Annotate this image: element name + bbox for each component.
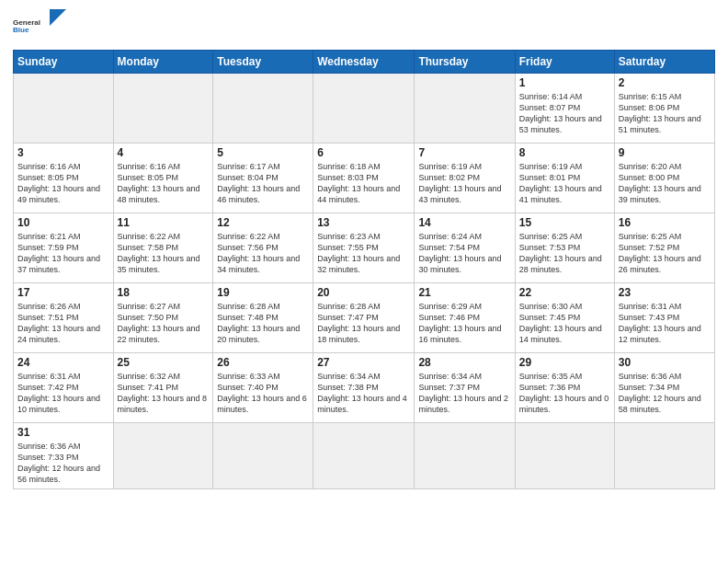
cell-w3-d4: 14Sunrise: 6:24 AM Sunset: 7:54 PM Dayli…	[415, 213, 515, 283]
calendar-table: SundayMondayTuesdayWednesdayThursdayFrid…	[13, 50, 715, 489]
cell-w6-d4	[415, 423, 515, 489]
week-row-3: 10Sunrise: 6:21 AM Sunset: 7:59 PM Dayli…	[14, 213, 715, 283]
cell-w2-d1: 4Sunrise: 6:16 AM Sunset: 8:05 PM Daylig…	[113, 144, 213, 213]
day-info: Sunrise: 6:33 AM Sunset: 7:40 PM Dayligh…	[217, 371, 309, 416]
cell-w1-d4	[415, 74, 515, 144]
day-number: 7	[418, 146, 510, 159]
day-info: Sunrise: 6:22 AM Sunset: 7:56 PM Dayligh…	[217, 231, 309, 276]
cell-w1-d2	[213, 74, 313, 144]
cell-w4-d4: 21Sunrise: 6:29 AM Sunset: 7:46 PM Dayli…	[415, 283, 515, 353]
day-number: 28	[418, 356, 510, 369]
cell-w1-d3	[313, 74, 415, 144]
week-row-5: 24Sunrise: 6:31 AM Sunset: 7:42 PM Dayli…	[14, 353, 715, 423]
day-number: 3	[17, 146, 109, 159]
header-monday: Monday	[113, 51, 213, 74]
day-number: 31	[17, 426, 109, 439]
day-info: Sunrise: 6:28 AM Sunset: 7:47 PM Dayligh…	[317, 301, 410, 346]
header: General Blue	[13, 9, 715, 42]
cell-w1-d1	[113, 74, 213, 144]
svg-marker-2	[50, 9, 66, 26]
cell-w1-d5: 1Sunrise: 6:14 AM Sunset: 8:07 PM Daylig…	[515, 74, 614, 144]
cell-w3-d5: 15Sunrise: 6:25 AM Sunset: 7:53 PM Dayli…	[515, 213, 614, 283]
cell-w2-d5: 8Sunrise: 6:19 AM Sunset: 8:01 PM Daylig…	[515, 144, 614, 213]
day-number: 17	[17, 286, 109, 299]
header-sunday: Sunday	[14, 51, 114, 74]
day-number: 30	[619, 356, 711, 369]
cell-w5-d1: 25Sunrise: 6:32 AM Sunset: 7:41 PM Dayli…	[113, 353, 213, 423]
day-info: Sunrise: 6:36 AM Sunset: 7:34 PM Dayligh…	[619, 371, 711, 416]
day-number: 11	[118, 216, 210, 229]
cell-w6-d1	[113, 423, 213, 489]
day-info: Sunrise: 6:35 AM Sunset: 7:36 PM Dayligh…	[519, 371, 610, 416]
day-info: Sunrise: 6:34 AM Sunset: 7:38 PM Dayligh…	[317, 371, 410, 416]
day-info: Sunrise: 6:36 AM Sunset: 7:33 PM Dayligh…	[17, 441, 109, 486]
day-info: Sunrise: 6:15 AM Sunset: 8:06 PM Dayligh…	[619, 91, 711, 136]
day-info: Sunrise: 6:28 AM Sunset: 7:48 PM Dayligh…	[217, 301, 309, 346]
header-wednesday: Wednesday	[313, 51, 415, 74]
cell-w6-d0: 31Sunrise: 6:36 AM Sunset: 7:33 PM Dayli…	[14, 423, 114, 489]
svg-text:General: General	[13, 18, 40, 27]
cell-w4-d2: 19Sunrise: 6:28 AM Sunset: 7:48 PM Dayli…	[213, 283, 313, 353]
day-number: 24	[17, 356, 109, 369]
day-number: 23	[619, 286, 711, 299]
day-number: 15	[519, 216, 610, 229]
cell-w6-d6	[614, 423, 714, 489]
header-tuesday: Tuesday	[213, 51, 313, 74]
day-info: Sunrise: 6:34 AM Sunset: 7:37 PM Dayligh…	[418, 371, 510, 416]
cell-w5-d2: 26Sunrise: 6:33 AM Sunset: 7:40 PM Dayli…	[213, 353, 313, 423]
day-number: 27	[317, 356, 410, 369]
day-number: 12	[217, 216, 309, 229]
weekday-header-row: SundayMondayTuesdayWednesdayThursdayFrid…	[14, 51, 715, 74]
day-number: 26	[217, 356, 309, 369]
day-info: Sunrise: 6:17 AM Sunset: 8:04 PM Dayligh…	[217, 161, 309, 206]
day-number: 9	[619, 146, 711, 159]
day-number: 18	[118, 286, 210, 299]
day-number: 19	[217, 286, 309, 299]
cell-w1-d6: 2Sunrise: 6:15 AM Sunset: 8:06 PM Daylig…	[614, 74, 714, 144]
day-number: 8	[519, 146, 610, 159]
cell-w4-d1: 18Sunrise: 6:27 AM Sunset: 7:50 PM Dayli…	[113, 283, 213, 353]
cell-w3-d0: 10Sunrise: 6:21 AM Sunset: 7:59 PM Dayli…	[14, 213, 114, 283]
cell-w4-d0: 17Sunrise: 6:26 AM Sunset: 7:51 PM Dayli…	[14, 283, 114, 353]
week-row-2: 3Sunrise: 6:16 AM Sunset: 8:05 PM Daylig…	[14, 144, 715, 213]
day-info: Sunrise: 6:26 AM Sunset: 7:51 PM Dayligh…	[17, 301, 109, 346]
logo-icon: General Blue	[13, 9, 46, 42]
day-number: 29	[519, 356, 610, 369]
header-saturday: Saturday	[614, 51, 714, 74]
header-thursday: Thursday	[415, 51, 515, 74]
day-info: Sunrise: 6:16 AM Sunset: 8:05 PM Dayligh…	[17, 161, 109, 206]
cell-w5-d3: 27Sunrise: 6:34 AM Sunset: 7:38 PM Dayli…	[313, 353, 415, 423]
day-info: Sunrise: 6:16 AM Sunset: 8:05 PM Dayligh…	[118, 161, 210, 206]
cell-w2-d6: 9Sunrise: 6:20 AM Sunset: 8:00 PM Daylig…	[614, 144, 714, 213]
day-number: 2	[619, 76, 711, 89]
logo-triangle-icon	[50, 9, 66, 42]
page: General Blue SundayMondayTuesdayWednesda…	[0, 0, 728, 563]
cell-w6-d2	[213, 423, 313, 489]
day-info: Sunrise: 6:21 AM Sunset: 7:59 PM Dayligh…	[17, 231, 109, 276]
cell-w1-d0	[14, 74, 114, 144]
cell-w3-d1: 11Sunrise: 6:22 AM Sunset: 7:58 PM Dayli…	[113, 213, 213, 283]
cell-w5-d5: 29Sunrise: 6:35 AM Sunset: 7:36 PM Dayli…	[515, 353, 614, 423]
week-row-1: 1Sunrise: 6:14 AM Sunset: 8:07 PM Daylig…	[14, 74, 715, 144]
cell-w6-d3	[313, 423, 415, 489]
day-info: Sunrise: 6:32 AM Sunset: 7:41 PM Dayligh…	[118, 371, 210, 416]
cell-w5-d0: 24Sunrise: 6:31 AM Sunset: 7:42 PM Dayli…	[14, 353, 114, 423]
day-number: 25	[118, 356, 210, 369]
day-info: Sunrise: 6:20 AM Sunset: 8:00 PM Dayligh…	[619, 161, 711, 206]
day-info: Sunrise: 6:31 AM Sunset: 7:42 PM Dayligh…	[17, 371, 109, 416]
header-friday: Friday	[515, 51, 614, 74]
day-number: 20	[317, 286, 410, 299]
day-info: Sunrise: 6:25 AM Sunset: 7:53 PM Dayligh…	[519, 231, 610, 276]
day-info: Sunrise: 6:27 AM Sunset: 7:50 PM Dayligh…	[118, 301, 210, 346]
day-number: 1	[519, 76, 610, 89]
day-info: Sunrise: 6:24 AM Sunset: 7:54 PM Dayligh…	[418, 231, 510, 276]
week-row-4: 17Sunrise: 6:26 AM Sunset: 7:51 PM Dayli…	[14, 283, 715, 353]
logo: General Blue	[13, 9, 66, 42]
day-info: Sunrise: 6:19 AM Sunset: 8:01 PM Dayligh…	[519, 161, 610, 206]
day-info: Sunrise: 6:19 AM Sunset: 8:02 PM Dayligh…	[418, 161, 510, 206]
cell-w4-d6: 23Sunrise: 6:31 AM Sunset: 7:43 PM Dayli…	[614, 283, 714, 353]
day-info: Sunrise: 6:30 AM Sunset: 7:45 PM Dayligh…	[519, 301, 610, 346]
day-number: 22	[519, 286, 610, 299]
day-info: Sunrise: 6:18 AM Sunset: 8:03 PM Dayligh…	[317, 161, 410, 206]
cell-w5-d6: 30Sunrise: 6:36 AM Sunset: 7:34 PM Dayli…	[614, 353, 714, 423]
